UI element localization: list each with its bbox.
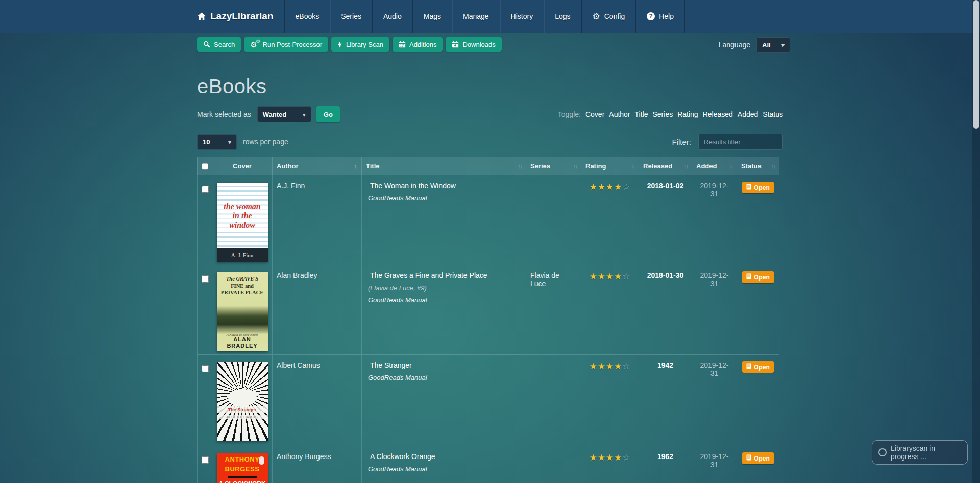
- book-icon: [746, 454, 751, 462]
- library-scan-button[interactable]: Library Scan: [331, 37, 389, 52]
- ebooks-table: Cover Author Title Series Rating Release…: [197, 157, 779, 483]
- language-select[interactable]: All: [756, 37, 790, 53]
- col-header-released[interactable]: Released: [639, 157, 692, 175]
- col-header-label: Status: [741, 162, 762, 170]
- toggle-label: Toggle:: [558, 110, 581, 118]
- open-button-label: Open: [754, 184, 770, 191]
- rating-stars: ★★★★☆: [589, 453, 630, 463]
- rows-per-page-select[interactable]: 10: [197, 134, 237, 150]
- search-button[interactable]: Search: [197, 37, 241, 52]
- nav-item-audio[interactable]: Audio: [372, 0, 412, 33]
- toggle-rating[interactable]: Rating: [677, 110, 698, 118]
- open-button[interactable]: Open: [742, 361, 774, 373]
- open-button[interactable]: Open: [742, 271, 774, 283]
- open-button[interactable]: Open: [742, 452, 774, 464]
- open-button-label: Open: [754, 274, 770, 281]
- nav-item-series[interactable]: Series: [330, 0, 372, 33]
- col-header-added[interactable]: Added: [692, 157, 737, 175]
- nav-item-label: Help: [659, 12, 674, 20]
- author-cell[interactable]: A.J. Finn: [273, 175, 362, 265]
- col-header-status[interactable]: Status: [737, 157, 779, 175]
- col-header-label: Title: [366, 162, 380, 170]
- table-row: ANTHONY BURGESS A CLOCKWORK ORANGE Antho…: [197, 446, 779, 483]
- rows-per-page-value: 10: [203, 138, 210, 146]
- nav-item-logs[interactable]: Logs: [544, 0, 581, 33]
- book-cover-the-stranger[interactable]: The Stranger ALBERT CAMUS: [217, 362, 268, 441]
- book-title-link[interactable]: The Woman in the Window: [368, 182, 522, 190]
- author-cell[interactable]: Anthony Burgess: [273, 446, 362, 483]
- author-cell[interactable]: Alan Bradley: [273, 265, 362, 355]
- language-value: All: [762, 41, 771, 49]
- results-filter-input[interactable]: [698, 134, 783, 150]
- spinner-icon: [878, 448, 887, 456]
- book-title-link[interactable]: The Graves a Fine and Private Place: [368, 271, 522, 279]
- toggle-author[interactable]: Author: [609, 110, 630, 118]
- nav-item-label: Config: [604, 12, 625, 20]
- col-header-author[interactable]: Author: [273, 157, 362, 175]
- author-name: Albert Camus: [277, 361, 320, 369]
- chevron-down-icon: [774, 41, 785, 49]
- added-date: 2019-12-31: [700, 361, 728, 377]
- open-button[interactable]: Open: [742, 182, 774, 193]
- book-cover-graves-fine-private-place[interactable]: The GRAVE'S FINE and PRIVATE PLACE A Fla…: [217, 272, 268, 351]
- rows-per-page-label: rows per page: [243, 138, 288, 146]
- publisher-logo: [259, 456, 264, 465]
- row-checkbox[interactable]: [202, 275, 209, 283]
- scrollbar-thumb[interactable]: [973, 0, 979, 129]
- released-date: 1942: [657, 361, 673, 369]
- nav-item-help[interactable]: Help: [635, 0, 685, 33]
- book-title-link[interactable]: The Stranger: [368, 361, 522, 369]
- downloads-button[interactable]: Downloads: [446, 37, 501, 52]
- question-icon: [647, 12, 655, 20]
- brand-home-link[interactable]: LazyLibrarian: [197, 0, 284, 33]
- nav-item-manage[interactable]: Manage: [452, 0, 500, 33]
- nav-item-config[interactable]: Config: [581, 0, 636, 33]
- row-checkbox[interactable]: [202, 365, 209, 372]
- col-header-rating[interactable]: Rating: [581, 157, 639, 175]
- rating-stars: ★★★★☆: [589, 182, 630, 192]
- mark-selected-select[interactable]: Wanted: [257, 106, 311, 122]
- row-checkbox[interactable]: [202, 186, 209, 193]
- language-label: Language: [719, 41, 750, 49]
- series-cell[interactable]: Flavia de Luce: [526, 265, 581, 355]
- col-header-label: Rating: [585, 162, 606, 170]
- nav-item-mags[interactable]: Mags: [412, 0, 452, 33]
- author-cell[interactable]: Albert Camus: [273, 355, 362, 446]
- page-scrollbar[interactable]: [972, 0, 980, 483]
- nav-item-history[interactable]: History: [500, 0, 544, 33]
- nav-item-label: Manage: [463, 12, 489, 20]
- toggle-added[interactable]: Added: [738, 110, 758, 118]
- home-icon: [197, 12, 206, 21]
- cover-text: The Stranger: [217, 406, 268, 413]
- cover-author-text: ALAN BRADLEY: [217, 336, 268, 349]
- book-icon: [746, 184, 751, 191]
- cover-text: A CLOCKWORK: [217, 481, 268, 483]
- sort-icon: [518, 163, 522, 169]
- nav-item-ebooks[interactable]: eBooks: [284, 0, 330, 33]
- run-post-processor-button[interactable]: Run Post-Processor: [244, 37, 328, 52]
- toggle-released[interactable]: Released: [703, 110, 733, 118]
- toggle-status[interactable]: Status: [763, 110, 783, 118]
- go-button[interactable]: Go: [316, 106, 340, 122]
- select-all-checkbox[interactable]: [202, 163, 208, 170]
- col-header-series[interactable]: Series: [526, 157, 581, 175]
- toast-message: Libraryscan in progress ...: [891, 444, 961, 461]
- book-cover-a-clockwork-orange[interactable]: ANTHONY BURGESS A CLOCKWORK ORANGE: [217, 453, 268, 483]
- mark-selected-value: Wanted: [263, 111, 286, 118]
- series-name: Flavia de Luce: [530, 271, 559, 288]
- sort-icon: [771, 163, 775, 169]
- book-title-link[interactable]: A Clockwork Orange: [368, 452, 522, 461]
- table-row: The GRAVE'S FINE and PRIVATE PLACE A Fla…: [197, 265, 779, 355]
- row-checkbox[interactable]: [202, 456, 209, 464]
- toggle-title[interactable]: Title: [635, 110, 648, 118]
- source-label: GoodReads Manual: [368, 296, 522, 304]
- col-header-label: Released: [643, 162, 672, 170]
- toggle-cover[interactable]: Cover: [585, 110, 604, 118]
- toggle-series[interactable]: Series: [653, 110, 673, 118]
- cover-text: the woman: [217, 202, 268, 211]
- col-header-title[interactable]: Title: [362, 157, 526, 175]
- additions-button[interactable]: Additions: [393, 37, 443, 52]
- cover-text: PRIVATE PLACE: [217, 289, 268, 296]
- nav-item-label: Audio: [383, 12, 402, 20]
- book-cover-woman-in-the-window[interactable]: the woman in the window A. J. Finn: [217, 183, 268, 262]
